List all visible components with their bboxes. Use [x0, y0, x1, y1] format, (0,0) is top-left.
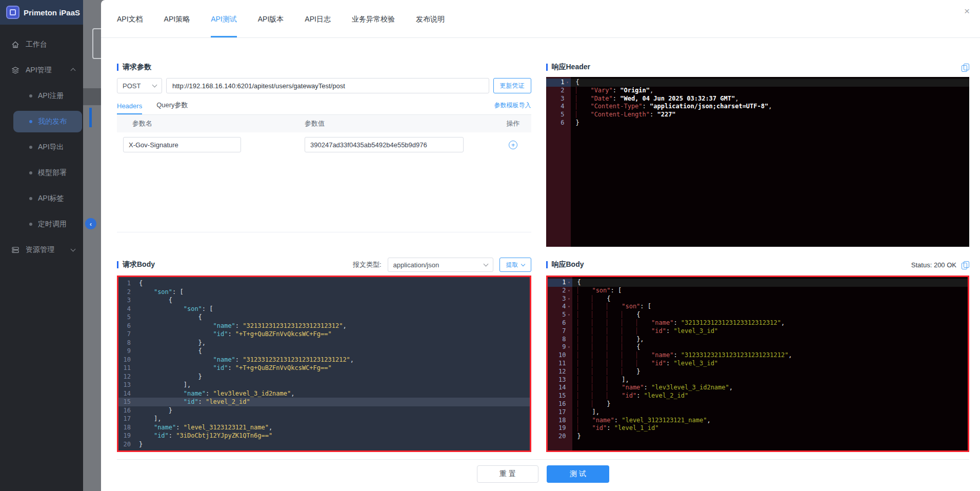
copy-icon[interactable] — [962, 261, 969, 269]
line-number: 1▾ — [548, 279, 572, 287]
code-line[interactable]: 4 "son": [ — [118, 305, 530, 313]
method-select-value: POST — [123, 82, 141, 90]
sidebar-item-api-management[interactable]: API管理 — [0, 57, 83, 83]
tab-api-log[interactable]: API日志 — [305, 15, 331, 37]
code-line[interactable]: 3 "Date": "Wed, 04 Jun 2025 03:32:37 GMT… — [546, 95, 970, 103]
code-line[interactable]: 13 ], — [118, 381, 530, 389]
code-line[interactable]: 1{ — [118, 279, 530, 288]
sidebar-item-workbench[interactable]: 工作台 — [0, 32, 83, 57]
code-line[interactable]: 14 "name": "lev3level_3_id2name", — [548, 384, 968, 392]
code-line[interactable]: 3 { — [118, 296, 530, 305]
request-body-editor[interactable]: 1{2 "son": [3 {4 "son": [5 {6 "name": "3… — [118, 277, 530, 450]
response-header-editor[interactable]: 1▾{2 "Vary": "Origin",3 "Date": "Wed, 04… — [546, 77, 970, 247]
line-number: 5▾ — [548, 311, 572, 319]
test-button[interactable]: 测 试 — [547, 465, 609, 483]
subtab-query-params[interactable]: Query参数 — [156, 101, 188, 114]
line-number: 20 — [548, 433, 572, 441]
code-line[interactable]: 19 "id": "3iDoCbtj12YJpyZK1QTn6g==" — [118, 431, 530, 440]
code-line[interactable]: 7 "id": "level_3_id" — [548, 327, 968, 336]
code-line[interactable]: 17 ], — [118, 415, 530, 423]
line-number: 19 — [548, 424, 572, 433]
code-line[interactable]: 5 { — [118, 313, 530, 322]
param-template-import-link[interactable]: 参数模板导入 — [494, 101, 531, 114]
param-name-input[interactable] — [123, 137, 241, 152]
code-line[interactable]: 1▾{ — [548, 279, 968, 287]
line-number: 7 — [118, 330, 134, 339]
code-line[interactable]: 3▾ { — [548, 295, 968, 303]
extract-button[interactable]: 提取 — [499, 258, 531, 272]
add-param-icon[interactable]: + — [509, 141, 517, 149]
code-line[interactable]: 15 "id": "level_2_id" — [118, 398, 530, 406]
code-line[interactable]: 10 "name": "312331232131231231231231212"… — [118, 356, 530, 364]
code-line[interactable]: 2 "Vary": "Origin", — [546, 87, 970, 95]
line-number: 11 — [548, 360, 572, 368]
url-input[interactable] — [166, 78, 489, 93]
copy-icon[interactable] — [962, 64, 969, 71]
code-line[interactable]: 19 "id": "level_1_id" — [548, 424, 968, 433]
sidebar-subitem-scheduled-call[interactable]: 定时调用 — [0, 211, 83, 237]
code-line[interactable]: 18 "name": "level_3123123121_name", — [118, 423, 530, 432]
fold-caret-icon[interactable]: ▾ — [566, 303, 572, 311]
update-credential-button[interactable]: 更新凭证 — [493, 78, 531, 93]
content-type-select[interactable]: application/json — [388, 258, 493, 272]
code-line[interactable]: 17 ], — [548, 408, 968, 417]
code-line[interactable]: 8 }, — [548, 336, 968, 344]
fold-caret-icon[interactable]: ▾ — [566, 279, 572, 287]
fold-caret-icon[interactable]: ▾ — [566, 295, 572, 303]
sidebar-subitem-my-publish[interactable]: 我的发布 — [0, 109, 83, 134]
fold-caret-icon[interactable]: ▾ — [565, 78, 571, 87]
code-line[interactable]: 6} — [546, 119, 970, 127]
code-line[interactable]: 13 ], — [548, 376, 968, 384]
code-line[interactable]: 4▾ "son": [ — [548, 303, 968, 311]
sidebar-subitem-model-deploy[interactable]: 模型部署 — [0, 160, 83, 186]
code-line[interactable]: 12 } — [548, 368, 968, 376]
code-line[interactable]: 20} — [118, 440, 530, 449]
tab-release-notes[interactable]: 发布说明 — [416, 15, 445, 37]
code-line[interactable]: 18 "name": "level_3123123121_name", — [548, 417, 968, 425]
code-line[interactable]: 10 "name": "312331232131231231231231212"… — [548, 351, 968, 360]
code-line[interactable]: 11 "id": "+T+g+QuBZFnVvQkcsWC+Fg==" — [118, 364, 530, 372]
code-line[interactable]: 8 }, — [118, 339, 530, 347]
fold-caret-icon[interactable]: ▾ — [566, 287, 572, 295]
code-line[interactable]: 15 "id": "level_2_id" — [548, 392, 968, 400]
code-line[interactable]: 16 } — [548, 400, 968, 408]
param-value-input[interactable] — [305, 137, 464, 152]
reset-button[interactable]: 重 置 — [477, 465, 538, 483]
subtab-headers[interactable]: Headers — [117, 102, 142, 114]
sidebar-subitem-api-register[interactable]: API注册 — [0, 83, 83, 109]
line-number: 4 — [118, 305, 134, 313]
tab-api-test[interactable]: API测试 — [211, 15, 237, 37]
line-number: 15 — [118, 398, 134, 406]
code-line[interactable]: 20} — [548, 433, 968, 441]
line-number: 6 — [548, 319, 572, 327]
tab-business-exception-check[interactable]: 业务异常校验 — [352, 15, 395, 37]
tab-api-policy[interactable]: API策略 — [164, 15, 190, 37]
tab-api-version[interactable]: API版本 — [258, 15, 284, 37]
code-line[interactable]: 4 "Content-Type": "application/json;char… — [546, 103, 970, 111]
code-line[interactable]: 9▾ { — [548, 343, 968, 351]
code-line[interactable]: 9 { — [118, 347, 530, 356]
line-number: 10 — [548, 351, 572, 360]
code-line[interactable]: 16 } — [118, 406, 530, 415]
code-line[interactable]: 6 "name": "3213123123123123312312312", — [118, 322, 530, 330]
fold-caret-icon[interactable]: ▾ — [566, 311, 572, 319]
method-select[interactable]: POST — [117, 78, 162, 93]
code-line[interactable]: 12 } — [118, 372, 530, 381]
response-body-editor[interactable]: 1▾{2▾ "son": [3▾ {4▾ "son": [5▾ {6 "name… — [548, 277, 968, 450]
tab-api-doc[interactable]: API文档 — [117, 15, 143, 37]
code-line[interactable]: 5 "Content-Length": "227" — [546, 111, 970, 119]
code-line[interactable]: 5▾ { — [548, 311, 968, 319]
sidebar-subitem-api-export[interactable]: API导出 — [0, 134, 83, 160]
sidebar-subitem-api-tag[interactable]: API标签 — [0, 186, 83, 211]
sidebar-item-resource-management[interactable]: 资源管理 — [0, 237, 83, 263]
code-line[interactable]: 2 "son": [ — [118, 288, 530, 297]
code-line[interactable]: 11 "id": "level_3_id" — [548, 360, 968, 368]
code-line[interactable]: 14 "name": "lev3level_3_id2name", — [118, 389, 530, 398]
code-line[interactable]: 7 "id": "+T+g+QuBZFnVvQkcsWC+Fg==" — [118, 330, 530, 339]
code-line[interactable]: 2▾ "son": [ — [548, 287, 968, 295]
sidebar-collapse-button[interactable]: ‹ — [85, 218, 96, 229]
fold-caret-icon[interactable]: ▾ — [566, 343, 572, 351]
code-line[interactable]: 1▾{ — [546, 78, 970, 87]
code-line[interactable]: 6 "name": "3213123123123123312312312", — [548, 319, 968, 327]
close-icon[interactable]: × — [964, 6, 970, 16]
